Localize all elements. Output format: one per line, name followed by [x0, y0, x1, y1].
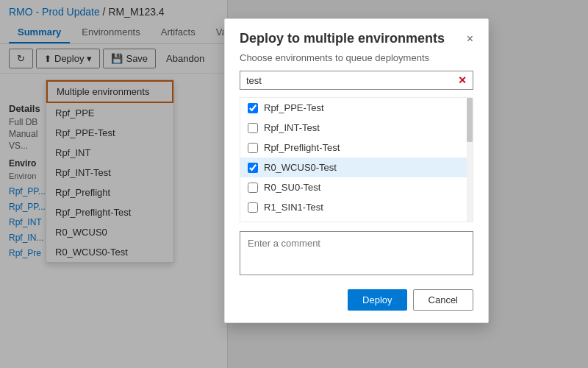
modal-header: Deploy to multiple environments × [225, 19, 488, 52]
env-list-item-2: Rpf_Preflight-Test [240, 138, 473, 158]
env-label-0: Rpf_PPE-Test [264, 102, 324, 113]
modal-search-input[interactable] [246, 75, 458, 86]
env-list-scrollbar-thumb[interactable] [467, 98, 473, 142]
env-list: Rpf_PPE-Test Rpf_INT-Test Rpf_Preflight-… [240, 97, 473, 222]
env-label-5: R1_SIN1-Test [264, 202, 323, 213]
env-label-1: Rpf_INT-Test [264, 122, 320, 133]
env-list-item-5: R1_SIN1-Test [240, 197, 473, 217]
env-label-4: R0_SU0-Test [264, 182, 320, 193]
modal-deploy-multiple: Deploy to multiple environments × Choose… [224, 18, 489, 323]
env-list-scrollbar[interactable] [467, 98, 473, 222]
env-checkbox-0[interactable] [248, 103, 258, 113]
modal-comment-area [240, 231, 473, 277]
env-checkbox-1[interactable] [248, 123, 258, 133]
env-list-item-1: Rpf_INT-Test [240, 118, 473, 138]
modal-close-button[interactable]: × [467, 33, 473, 45]
env-list-item-3: R0_WCUS0-Test [240, 158, 473, 177]
env-list-item-4: R0_SU0-Test [240, 177, 473, 197]
env-checkbox-2[interactable] [248, 143, 258, 153]
env-label-2: Rpf_Preflight-Test [264, 142, 340, 153]
modal-search-bar: ✕ [240, 71, 473, 90]
env-checkbox-4[interactable] [248, 183, 258, 193]
env-checkbox-5[interactable] [248, 202, 258, 213]
env-checkbox-3[interactable] [248, 163, 258, 173]
env-list-item-0: Rpf_PPE-Test [240, 98, 473, 118]
modal-search-clear-button[interactable]: ✕ [458, 74, 467, 86]
modal-footer: Deploy Cancel [225, 289, 488, 322]
modal-cancel-button[interactable]: Cancel [413, 289, 473, 311]
modal-title: Deploy to multiple environments [240, 31, 445, 46]
env-label-3: R0_WCUS0-Test [264, 162, 337, 173]
modal-deploy-button[interactable]: Deploy [348, 289, 406, 311]
modal-comment-input[interactable] [240, 231, 473, 275]
modal-subtitle: Choose environments to queue deployments [225, 52, 488, 71]
